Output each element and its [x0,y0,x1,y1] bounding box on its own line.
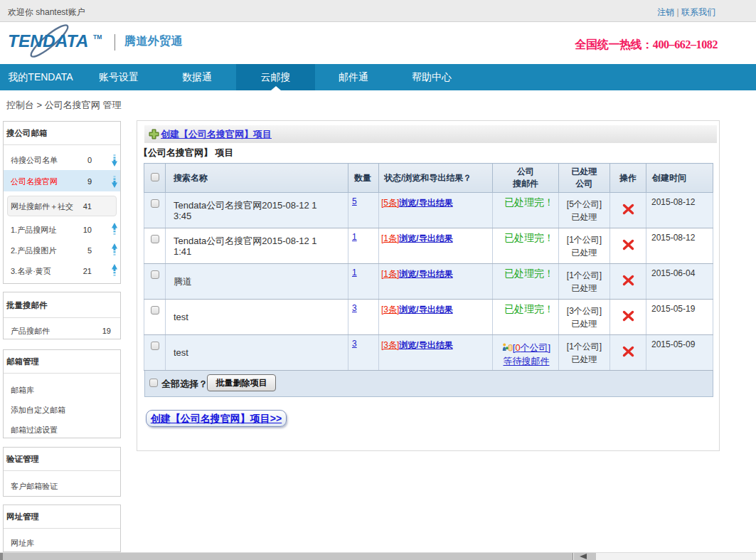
svg-text:TENDATA: TENDATA [8,31,88,51]
svg-text:TM: TM [93,33,102,41]
